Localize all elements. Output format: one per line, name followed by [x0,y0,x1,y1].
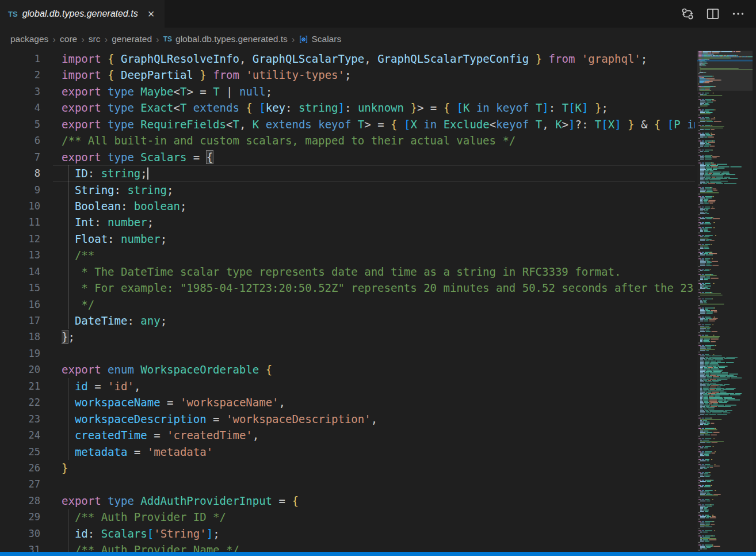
token [62,233,75,245]
code-line-16[interactable]: 16 */ [0,296,695,313]
code-line-21[interactable]: 21 id = 'id', [0,378,695,394]
code-line-28[interactable]: 28export type AddAuthProviderInput = { [0,493,695,509]
line-number[interactable]: 9 [0,182,40,198]
line-number[interactable]: 30 [0,525,40,542]
line-number[interactable]: 13 [0,247,40,263]
token: 'workspaceName' [180,396,279,409]
code-line-26[interactable]: 26} [0,460,695,476]
line-number[interactable]: 25 [0,444,40,460]
code-line-24[interactable]: 24 createdTime = 'createdTime', [0,427,695,443]
code-line-19[interactable]: 19 [0,345,695,361]
line-number[interactable]: 31 [0,542,40,552]
code-line-9[interactable]: 9 String: string; [0,182,695,198]
token: workspaceName [75,396,161,409]
line-number[interactable]: 16 [0,296,40,313]
token: 'utility-types' [246,68,345,81]
close-icon[interactable]: × [145,7,158,20]
code-line-13[interactable]: 13 /** [0,247,695,263]
line-number[interactable]: 18 [0,329,40,345]
breadcrumb-item-src[interactable]: src [89,34,101,44]
token: , [371,413,377,425]
token: , [542,118,555,131]
line-number[interactable]: 3 [0,83,40,100]
token: extends [186,101,246,114]
token: , [279,396,285,409]
line-number[interactable]: 12 [0,231,40,247]
code-line-31[interactable]: 31 /** Auth Provider Name */ [0,542,695,552]
line-number[interactable]: 26 [0,460,40,476]
token: [ [404,118,410,131]
token: ; [161,314,167,327]
line-number[interactable]: 10 [0,198,40,214]
code-line-18[interactable]: 18}; [0,329,695,345]
code-line-8[interactable]: 8 ID: string; [0,165,695,181]
code-text: export type Exact<T extends { [key: stri… [62,100,695,116]
token [621,118,628,131]
code-line-15[interactable]: 15 * For example: "1985-04-12T23:20:50.5… [0,280,695,296]
token [404,101,410,114]
line-number[interactable]: 8 [0,165,40,181]
breadcrumb-item-packages[interactable]: packages [10,34,48,44]
line-number[interactable]: 19 [0,345,40,361]
line-number[interactable]: 4 [0,100,40,116]
code-text: workspaceName = 'workspaceName', [62,394,695,410]
code-text: } [62,460,695,476]
code-line-6[interactable]: 6/** All built-in and custom scalars, ma… [0,132,695,148]
code-line-3[interactable]: 3export type Maybe<T> = T | null; [0,83,695,100]
code-line-29[interactable]: 29 /** Auth Provider ID */ [0,509,695,525]
code-line-17[interactable]: 17 DateTime: any; [0,313,695,329]
chevron-right-icon: › [105,35,108,44]
line-number[interactable]: 6 [0,132,40,148]
gutter-gap [40,214,62,230]
code-line-11[interactable]: 11 Int: number; [0,214,695,230]
line-number[interactable]: 15 [0,280,40,296]
code-line-5[interactable]: 5export type RequireFields<T, K extends … [0,116,695,132]
token: : [88,527,101,540]
breadcrumb-item-global-db-types-generated-ts[interactable]: TSglobal.db.types.generated.ts [163,34,288,44]
line-number[interactable]: 7 [0,149,40,165]
line-number[interactable]: 14 [0,264,40,280]
code-line-20[interactable]: 20export enum WorkspaceOrderable { [0,361,695,378]
line-number[interactable]: 5 [0,116,40,132]
breadcrumb-item-generated[interactable]: generated [112,34,152,44]
line-number[interactable]: 21 [0,378,40,394]
more-actions-icon[interactable] [730,5,747,22]
code-line-30[interactable]: 30 id: Scalars['String']; [0,525,695,542]
code-line-12[interactable]: 12 Float: number; [0,231,695,247]
code-line-22[interactable]: 22 workspaceName = 'workspaceName', [0,394,695,410]
line-number[interactable]: 20 [0,361,40,378]
gutter-gap [40,476,62,492]
minimap[interactable] [697,51,753,552]
token: ID [75,167,88,180]
line-number[interactable]: 28 [0,493,40,509]
code-line-1[interactable]: 1import { GraphQLResolveInfo, GraphQLSca… [0,51,695,67]
code-line-10[interactable]: 10 Boolean: boolean; [0,198,695,214]
editor-tab[interactable]: TS global.db.types.generated.ts × [0,0,165,28]
code-line-23[interactable]: 23 workspaceDescription = 'workspaceDesc… [0,411,695,427]
code-line-25[interactable]: 25 metadata = 'metadata' [0,444,695,460]
line-number[interactable]: 2 [0,67,40,83]
open-changes-icon[interactable] [679,5,696,22]
code-line-2[interactable]: 2import { DeepPartial } from 'utility-ty… [0,67,695,83]
line-number[interactable]: 24 [0,427,40,443]
code-line-4[interactable]: 4export type Exact<T extends { [key: str… [0,100,695,116]
token: > = [364,118,391,131]
code-line-14[interactable]: 14 * The DateTime scalar type represents… [0,264,695,280]
line-number[interactable]: 11 [0,214,40,230]
token: > = [417,101,444,114]
line-number[interactable]: 23 [0,411,40,427]
code-text: id = 'id', [62,378,695,394]
line-number[interactable]: 29 [0,509,40,525]
code-line-27[interactable]: 27 [0,476,695,492]
split-editor-icon[interactable] [704,5,721,22]
line-number[interactable]: 17 [0,313,40,329]
breadcrumb-item-core[interactable]: core [60,34,77,44]
gutter-gap [40,132,62,148]
token: T [213,85,219,98]
code-text: import { DeepPartial } from 'utility-typ… [62,67,695,83]
code-line-7[interactable]: 7export type Scalars = { [0,149,695,165]
line-number[interactable]: 22 [0,394,40,410]
line-number[interactable]: 27 [0,476,40,492]
breadcrumb-item-scalars[interactable]: Scalars [299,34,341,44]
line-number[interactable]: 1 [0,51,40,67]
